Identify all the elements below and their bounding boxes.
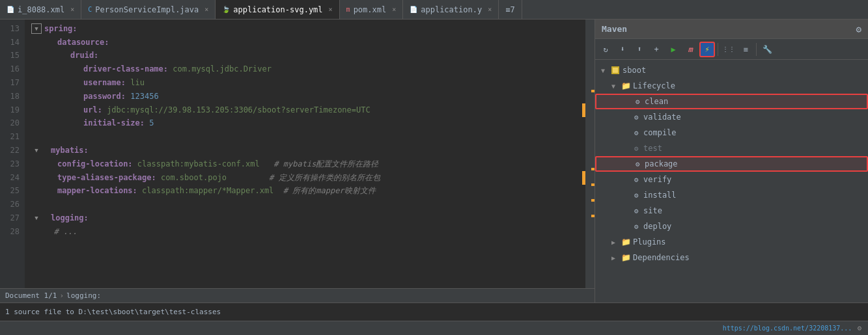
- code-line-23: config-location: classpath:mybatis-conf.…: [31, 157, 585, 171]
- tab-close[interactable]: ×: [488, 6, 492, 13]
- reload-icon: ↻: [603, 45, 608, 54]
- code-editor[interactable]: ▼ spring: datasource: druid:: [25, 20, 585, 288]
- line-num-28: 28: [5, 225, 20, 239]
- yaml-key-url: url:: [83, 104, 102, 116]
- dependencies-label: Dependencies: [633, 253, 690, 262]
- add-btn[interactable]: +: [649, 42, 664, 57]
- yaml-key-spring: spring:: [44, 23, 77, 35]
- spacer-14: [31, 37, 42, 47]
- tree-item-sboot[interactable]: ▼ sboot: [595, 62, 868, 78]
- tab-close[interactable]: ×: [70, 6, 74, 13]
- gear-icon-validate: ⚙: [632, 113, 641, 122]
- code-line-25: mapper-locations: classpath:mapper/*Mapp…: [31, 185, 585, 198]
- expand-lifecycle[interactable]: ▼: [608, 81, 619, 91]
- tree-item-compile[interactable]: ⚙ compile: [595, 125, 868, 141]
- yaml-comment-28: # ...: [44, 226, 77, 238]
- tree-item-lifecycle[interactable]: ▼ 📁 Lifecycle: [595, 78, 868, 94]
- yaml-comment-23: # mybatis配置文件所在路径: [260, 158, 379, 170]
- run-icon: ▶: [671, 45, 675, 54]
- yaml-key-mybatis: mybatis:: [51, 144, 89, 157]
- breadcrumb-doc: Document 1/1: [5, 291, 57, 300]
- tab-label: application.y: [421, 5, 482, 14]
- line-num-19: 19: [5, 103, 20, 117]
- toolbar-separator-1: [718, 43, 718, 56]
- execute-btn[interactable]: ⚡: [699, 42, 715, 57]
- spacer-clean: [620, 96, 630, 107]
- yaml-comment-24: # 定义所有操作类的别名所在包: [227, 172, 380, 184]
- tree-item-clean[interactable]: ⚙ clean: [595, 94, 868, 109]
- code-line-19: url: jdbc:mysql://39.98.153.205:3306/sbo…: [31, 103, 585, 117]
- code-line-13: ▼ spring:: [31, 22, 585, 36]
- tree-item-install[interactable]: ⚙ install: [595, 187, 868, 203]
- status-link[interactable]: https://blog.csdn.net/32208137...: [723, 325, 852, 332]
- code-line-22: ▼ mybatis:: [31, 144, 585, 157]
- code-line-26: [31, 198, 585, 211]
- dependencies-folder-icon: 📁: [621, 253, 630, 262]
- tree-item-site[interactable]: ⚙ site: [595, 203, 868, 219]
- gear-icon-compile: ⚙: [632, 128, 641, 137]
- tab-close[interactable]: ×: [329, 6, 333, 13]
- code-line-27: ▼ logging:: [31, 211, 585, 225]
- tab-close[interactable]: ×: [204, 6, 208, 13]
- upload-btn[interactable]: ⬆: [632, 42, 647, 57]
- expand-dependencies[interactable]: ▶: [608, 252, 619, 263]
- run-btn[interactable]: ▶: [665, 42, 681, 57]
- gear-icon-package: ⚙: [633, 159, 642, 168]
- tree-item-dependencies[interactable]: ▶ 📁 Dependencies: [595, 250, 868, 265]
- editor-panel: 13 14 15 16 17 18 19 20 21 22 23 24 25 2…: [0, 20, 595, 302]
- tree-item-package[interactable]: ⚙ package: [595, 156, 868, 172]
- tab-icon: m: [346, 6, 350, 13]
- tab-bar: 📄 i_8088.xml × C PersonServiceImpl.java …: [0, 0, 868, 20]
- line-num-17: 17: [5, 76, 20, 90]
- settings-bottom-icon[interactable]: ⚙: [857, 324, 861, 332]
- tab-more[interactable]: ≡7: [499, 0, 522, 19]
- upload-icon: ⬆: [637, 45, 642, 53]
- tree-item-plugins[interactable]: ▶ 📁 Plugins: [595, 234, 868, 250]
- list-btn[interactable]: ≡: [738, 42, 753, 57]
- line-num-23: 23: [5, 157, 20, 171]
- download-sources-btn[interactable]: ⬇: [615, 42, 630, 57]
- expand-plugins[interactable]: ▶: [608, 237, 619, 247]
- gear-icon-clean: ⚙: [633, 97, 642, 106]
- tab-pomxml[interactable]: m pom.xml ×: [340, 0, 404, 19]
- tree-item-deploy[interactable]: ⚙ deploy: [595, 219, 868, 234]
- columns-btn[interactable]: ⋮⋮: [721, 42, 736, 57]
- fold-marker-22[interactable]: ▼: [31, 146, 42, 156]
- tree-item-verify[interactable]: ⚙ verify: [595, 172, 868, 187]
- tab-applicationy[interactable]: 📄 application.y ×: [403, 0, 499, 19]
- maven-header: Maven ⚙: [595, 20, 868, 39]
- tree-item-validate[interactable]: ⚙ validate: [595, 109, 868, 125]
- code-line-24: type-aliases-package: com.sboot.pojo # 定…: [31, 171, 585, 185]
- spacer-18: [31, 91, 42, 101]
- maven-panel: Maven ⚙ ↻ ⬇ ⬆ + ▶ m ⚡: [595, 20, 868, 302]
- tab-more-label: ≡7: [505, 5, 514, 14]
- tab-applicationsvg[interactable]: 🍃 application-svg.yml ×: [216, 0, 339, 19]
- fold-marker-13[interactable]: ▼: [31, 23, 42, 34]
- scroll-marker-1: [591, 90, 595, 92]
- code-line-21: [31, 130, 585, 144]
- expand-sboot[interactable]: ▼: [598, 65, 608, 75]
- line-numbers: 13 14 15 16 17 18 19 20 21 22 23 24 25 2…: [0, 20, 25, 288]
- tab-close[interactable]: ×: [392, 6, 396, 13]
- maven-btn[interactable]: m: [682, 42, 698, 57]
- terminal-text: 1 source file to D:\test\sboot\target\te…: [5, 308, 221, 316]
- spacer-compile: [619, 127, 629, 138]
- sboot-icon: [611, 66, 620, 75]
- tab-personservice[interactable]: C PersonServiceImpl.java ×: [81, 0, 216, 19]
- gear-icon-verify: ⚙: [632, 175, 641, 184]
- yaml-key-logging: logging:: [51, 212, 89, 224]
- list-icon: ≡: [743, 45, 748, 54]
- spacer-verify: [619, 174, 629, 185]
- tab-label: application-svg.yml: [233, 5, 322, 14]
- tab-i8088[interactable]: 📄 i_8088.xml ×: [0, 0, 81, 19]
- reload-btn[interactable]: ↻: [598, 42, 613, 57]
- scroll-markers: [585, 20, 595, 288]
- wrench-icon: 🔧: [763, 45, 772, 54]
- maven-settings-gear[interactable]: ⚙: [856, 24, 861, 34]
- yaml-key-druid: druid:: [70, 49, 98, 62]
- wrench-btn[interactable]: 🔧: [759, 42, 775, 57]
- scroll-marker-3: [591, 183, 595, 186]
- fold-marker-27[interactable]: ▼: [31, 213, 42, 224]
- yaml-val-username: liu: [126, 77, 145, 89]
- tree-item-test[interactable]: ⚙ test: [595, 141, 868, 156]
